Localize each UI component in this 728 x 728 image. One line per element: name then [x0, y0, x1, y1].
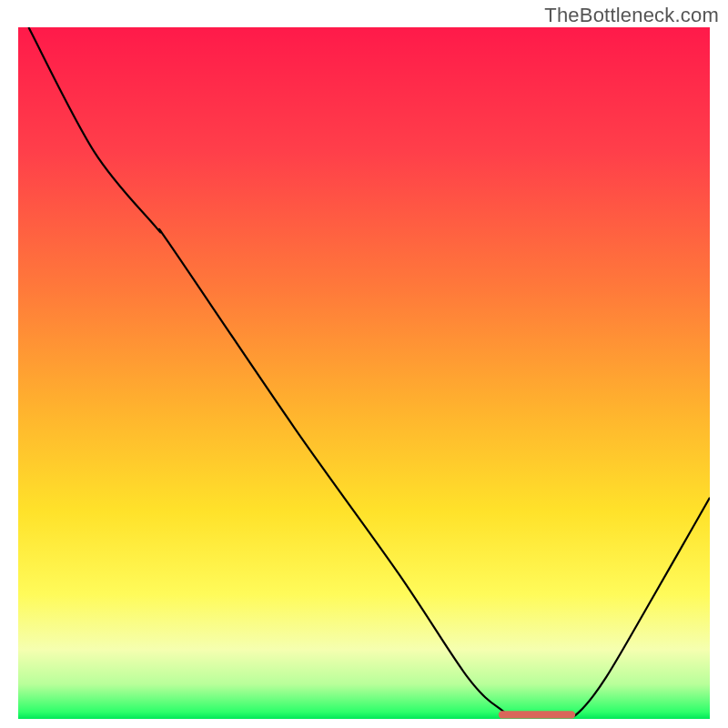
chart-svg: [18, 27, 710, 719]
watermark-text: TheBottleneck.com: [544, 4, 719, 27]
chart-container: [18, 27, 710, 719]
chart-background: [18, 27, 710, 719]
